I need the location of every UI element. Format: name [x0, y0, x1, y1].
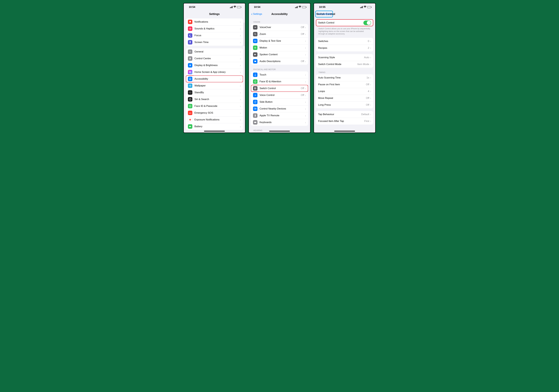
row-appletv[interactable]: Apple TV Remote›	[251, 112, 308, 119]
wifi-icon	[233, 6, 236, 9]
keyboard-icon	[253, 120, 257, 125]
settings-group: General›Control Centre›Display & Brightn…	[186, 48, 243, 130]
row-nearby[interactable]: Control Nearby Devices›	[251, 105, 308, 112]
switch-icon	[253, 86, 257, 90]
content-area[interactable]: Switch ControlSwitch Control allows you …	[314, 17, 375, 133]
row-label: Switch Control	[260, 87, 301, 90]
row-loops[interactable]: Loops4›	[316, 88, 373, 95]
row-touch[interactable]: Touch›	[251, 71, 308, 78]
row-label: VoiceOver	[260, 26, 301, 29]
chevron-right-icon: ›	[305, 121, 306, 124]
row-spoken[interactable]: Spoken Content›	[251, 51, 308, 58]
chevron-right-icon: ›	[240, 20, 241, 24]
settings-group: Switches0›Recipes2›	[316, 38, 373, 51]
status-time: 10:55	[319, 6, 325, 9]
row-label: Move Repeat	[318, 97, 366, 100]
row-faceid[interactable]: Face ID & Passcode›	[186, 103, 243, 109]
chevron-right-icon: ›	[240, 64, 241, 67]
chevron-right-icon: ›	[305, 39, 306, 43]
row-keyboards[interactable]: Keyboards›	[251, 119, 308, 126]
row-focused[interactable]: Focused Item After TapFirst›	[316, 118, 373, 125]
row-accessibility[interactable]: Accessibility›	[186, 75, 243, 82]
row-switchcontrol[interactable]: Switch ControlOff›	[251, 85, 308, 92]
row-switches[interactable]: Switches0›	[316, 38, 373, 45]
row-homescreen[interactable]: Home Screen & App Library›	[186, 69, 243, 75]
row-pause[interactable]: Pause on First ItemOff›	[316, 81, 373, 88]
row-autoscan[interactable]: Auto Scanning Time1s›	[316, 74, 373, 81]
sun-icon	[188, 63, 192, 68]
row-sidebutton[interactable]: Side Button›	[251, 98, 308, 105]
nav-bar: ‹ Settings Accessibility	[249, 11, 310, 17]
back-label: Accessibility	[318, 13, 332, 16]
home-indicator[interactable]	[334, 131, 355, 132]
row-scanstyle[interactable]: Scanning StyleAuto›	[316, 54, 373, 61]
settings-group: Scanning StyleAuto›Switch Control ModeIt…	[316, 54, 373, 68]
row-general[interactable]: General›	[186, 48, 243, 55]
svg-rect-4	[189, 71, 190, 72]
content-area[interactable]: VisionVoiceOverOff›ZoomOff›AADisplay & T…	[249, 17, 310, 133]
row-faceatt[interactable]: Face ID & Attention›	[251, 78, 308, 85]
row-standby[interactable]: StandBy›	[186, 89, 243, 96]
row-label: Audio Descriptions	[260, 60, 301, 63]
toggles-icon	[188, 56, 192, 61]
switch-control-toggle-row[interactable]: Switch Control	[316, 19, 373, 26]
row-siri[interactable]: Siri & Search›	[186, 96, 243, 103]
row-display[interactable]: Display & Brightness›	[186, 62, 243, 69]
row-battery[interactable]: Battery›	[186, 123, 243, 130]
toggle-switch[interactable]	[363, 20, 371, 25]
svg-rect-38	[254, 89, 255, 89]
row-focus[interactable]: Focus›	[186, 32, 243, 39]
ad-icon	[253, 59, 257, 63]
row-screentime[interactable]: Screen Time›	[186, 39, 243, 46]
spoken-icon	[253, 52, 257, 57]
row-label: Scanning Style	[318, 56, 364, 59]
chevron-right-icon: ›	[240, 84, 241, 88]
row-zoom[interactable]: ZoomOff›	[251, 31, 308, 37]
status-bar: 10:54	[184, 3, 245, 11]
row-recipes[interactable]: Recipes2›	[316, 45, 373, 51]
row-controlcentre[interactable]: Control Centre›	[186, 55, 243, 62]
back-button[interactable]: ‹ Accessibility	[316, 11, 333, 17]
signal-icon	[295, 6, 298, 8]
row-sos[interactable]: SOSEmergency SOS›	[186, 109, 243, 116]
flower-icon	[188, 83, 192, 88]
row-label: Voice Control	[260, 94, 301, 97]
row-textsize[interactable]: AADisplay & Text Size›	[251, 37, 308, 44]
chevron-right-icon: ›	[370, 96, 371, 100]
chevron-right-icon: ›	[305, 114, 306, 117]
svg-point-20	[190, 106, 191, 106]
row-exposure[interactable]: Exposure Notifications›	[186, 116, 243, 123]
row-mode[interactable]: Switch Control ModeItem Mode›	[316, 61, 373, 68]
svg-point-11	[190, 85, 190, 85]
svg-point-19	[190, 106, 190, 106]
row-audiodesc[interactable]: Audio DescriptionsOff›	[251, 58, 308, 65]
chevron-right-icon: ›	[305, 80, 306, 83]
row-sounds[interactable]: Sounds & Haptics›	[186, 25, 243, 32]
svg-rect-7	[190, 72, 191, 73]
grid-icon	[188, 70, 192, 74]
home-indicator[interactable]	[269, 131, 290, 132]
scroll-indicator[interactable]	[244, 23, 244, 46]
row-voicecontrol[interactable]: Voice ControlOff›	[251, 92, 308, 98]
home-indicator[interactable]	[204, 131, 225, 132]
wifi-icon	[298, 6, 301, 9]
row-value: First	[364, 120, 369, 123]
back-button[interactable]: ‹ Settings	[250, 11, 263, 17]
nav-bar: ‹ Accessibility Switch Control	[314, 11, 375, 17]
row-notifications[interactable]: Notifications›	[186, 18, 243, 25]
battery-icon	[237, 6, 241, 8]
status-icons	[295, 6, 306, 9]
row-moverepeat[interactable]: Move RepeatOff›	[316, 95, 373, 101]
row-label: Emergency SOS	[195, 111, 240, 114]
row-wallpaper[interactable]: Wallpaper›	[186, 82, 243, 89]
row-longpress[interactable]: Long PressOff›	[316, 101, 373, 108]
row-label: Tap Behaviour	[318, 113, 361, 116]
motion-icon	[253, 45, 257, 50]
footnote-text: Switch Control allows you to use your iP…	[314, 26, 375, 35]
row-motion[interactable]: Motion›	[251, 44, 308, 51]
content-area[interactable]: Notifications›Sounds & Haptics›Focus›Scr…	[184, 17, 245, 133]
svg-rect-6	[189, 72, 190, 73]
row-tapbehav[interactable]: Tap BehaviourDefault›	[316, 111, 373, 118]
side-icon	[253, 100, 257, 104]
row-voiceover[interactable]: VoiceOverOff›	[251, 24, 308, 31]
